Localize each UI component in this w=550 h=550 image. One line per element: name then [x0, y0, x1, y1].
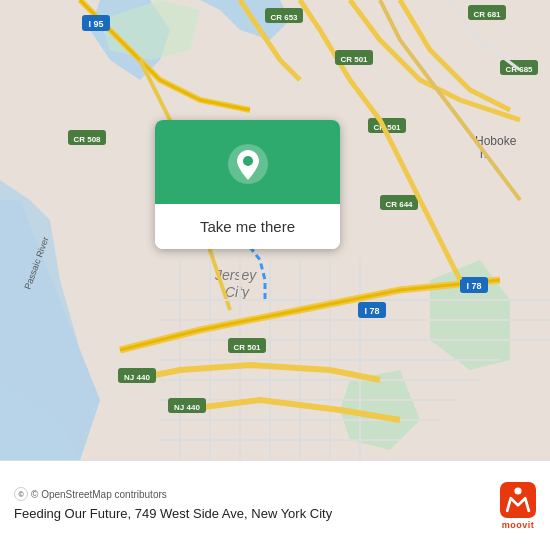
take-me-there-button[interactable]: Take me there — [155, 204, 340, 249]
osm-credit-text: © OpenStreetMap contributors — [31, 489, 167, 500]
moovit-label: moovit — [502, 520, 535, 530]
map-pin-icon — [226, 142, 270, 186]
svg-text:CR 501: CR 501 — [233, 343, 261, 352]
map-container: I 95 CR 653 CR 681 CR 685 CR 508 CR 501 … — [0, 0, 550, 460]
svg-text:I 78: I 78 — [364, 306, 379, 316]
svg-text:I 95: I 95 — [88, 19, 103, 29]
svg-text:CR 653: CR 653 — [270, 13, 298, 22]
bottom-info: © © OpenStreetMap contributors Feeding O… — [14, 487, 490, 523]
address-text: Feeding Our Future, 749 West Side Ave, N… — [14, 505, 490, 523]
svg-text:CR 508: CR 508 — [73, 135, 101, 144]
osm-logo: © — [14, 487, 28, 501]
moovit-icon — [500, 482, 536, 518]
location-card: Take me there — [155, 120, 340, 249]
svg-text:I 78: I 78 — [466, 281, 481, 291]
svg-point-43 — [514, 487, 521, 494]
svg-point-41 — [243, 156, 253, 166]
svg-text:NJ 440: NJ 440 — [124, 373, 150, 382]
osm-credit: © © OpenStreetMap contributors — [14, 487, 490, 501]
svg-rect-42 — [500, 482, 536, 518]
svg-text:NJ 440: NJ 440 — [174, 403, 200, 412]
card-header — [155, 120, 340, 204]
svg-text:CR 681: CR 681 — [473, 10, 501, 19]
svg-text:City: City — [225, 284, 250, 300]
svg-text:CR 644: CR 644 — [385, 200, 413, 209]
moovit-logo: moovit — [500, 482, 536, 530]
bottom-bar: © © OpenStreetMap contributors Feeding O… — [0, 460, 550, 550]
svg-text:CR 501: CR 501 — [340, 55, 368, 64]
